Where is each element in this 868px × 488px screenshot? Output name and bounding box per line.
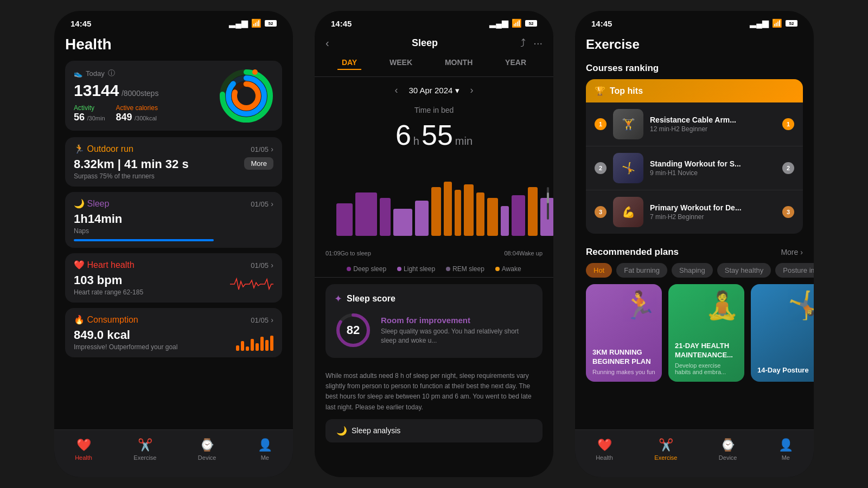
sleep-title: 🌙 Sleep <box>74 198 109 209</box>
heart-date: 01/05 › <box>251 260 273 270</box>
workout-item-3[interactable]: 3 💪 Primary Workout for De... 7 min·H2 B… <box>586 190 803 234</box>
workout-name-2: Standing Workout for S... <box>650 159 776 168</box>
consumption-date: 01/05 › <box>251 315 273 325</box>
sleep-value: 1h14min <box>74 212 273 226</box>
run-sub: Surpass 75% of the runners <box>74 172 273 180</box>
heart-health-card[interactable]: ❤️ Heart health 01/05 › 103 bpm Heart ra… <box>65 253 282 303</box>
plan-card-1-content: 3KM RUNNING BEGINNER PLAN Running makes … <box>586 342 662 382</box>
status-icons-3: ▂▄▆ 📶 52 <box>750 18 797 28</box>
nav-health-3[interactable]: ❤️ Health <box>596 438 613 461</box>
chevron-icon: › <box>271 145 273 153</box>
wifi-icon: 📶 <box>251 18 261 28</box>
legend-light-sleep: Light sleep <box>397 265 435 273</box>
outdoor-run-card[interactable]: 🏃 Outdoor run 01/05 › 8.32km | 41 min 32… <box>65 137 282 187</box>
more-button[interactable]: More <box>244 157 273 170</box>
consumption-card[interactable]: 🔥 Consumption 01/05 › 849.0 kcal Impress… <box>65 308 282 357</box>
score-circle: 82 <box>334 311 372 349</box>
sleep-page-title: Sleep <box>329 37 521 49</box>
sleep-progress-bar <box>74 239 214 241</box>
workout-meta-1: 12 min·H2 Beginner <box>650 125 776 133</box>
time-3: 14:45 <box>591 19 612 28</box>
sleep-analysis-section[interactable]: 🌙 Sleep analysis <box>326 419 542 442</box>
plan-card-posture[interactable]: 🤸 14-Day Posture <box>751 284 814 382</box>
filter-stay-healthy[interactable]: Stay healthy <box>717 263 771 278</box>
workout-item-2[interactable]: 2 🤸 Standing Workout for S... 9 min·H1 N… <box>586 146 803 190</box>
consumption-value: 849.0 kcal <box>74 328 177 342</box>
rank-badge-2: 2 <box>595 162 607 174</box>
posture-silhouette: 🤸 <box>788 290 814 321</box>
tab-week[interactable]: WEEK <box>385 56 417 70</box>
health-silhouette: 🧘 <box>705 290 739 321</box>
status-bar-3: 14:45 ▂▄▆ 📶 52 <box>575 11 814 33</box>
heart-icon: ❤️ <box>74 260 85 269</box>
svg-rect-17 <box>476 192 484 236</box>
more-icon[interactable]: ··· <box>533 37 542 49</box>
top-hits-card: 🏆 Top hits 1 🏋️ Resistance Cable Arm... … <box>586 79 803 234</box>
scroll-indicator[interactable] <box>547 187 549 220</box>
device-nav-icon-3: ⌚ <box>720 438 735 452</box>
date-navigation: ‹ 30 Apr 2024 ▾ › <box>315 77 553 104</box>
filter-shaping[interactable]: Shaping <box>672 263 713 278</box>
nav-exercise-3[interactable]: ✂️ Exercise <box>654 438 677 461</box>
nav-health[interactable]: ❤️ Health <box>75 438 92 461</box>
sleep-card[interactable]: 🌙 Sleep 01/05 › 1h14min Naps <box>65 192 282 248</box>
signal-icon: ▂▄▆ <box>229 18 248 28</box>
run-value: 8.32km | 41 min 32 s More <box>74 157 273 171</box>
sleep-date: 01/05 › <box>251 199 273 209</box>
share-icon[interactable]: ⤴ <box>520 37 526 49</box>
rem-sleep-dot <box>446 267 450 271</box>
nav-device[interactable]: ⌚ Device <box>198 438 216 461</box>
filter-hot[interactable]: Hot <box>586 263 612 278</box>
chart-times: 01:09Go to sleep 08:04Wake up <box>315 247 553 261</box>
top-hits-header: 🏆 Top hits <box>586 79 803 102</box>
status-icons-1: ▂▄▆ 📶 52 <box>229 18 277 28</box>
nav-exercise[interactable]: ✂️ Exercise <box>133 438 156 461</box>
prev-date-button[interactable]: ‹ <box>394 85 398 96</box>
next-date-button[interactable]: › <box>470 85 474 96</box>
me-nav-icon-3: 👤 <box>778 438 793 452</box>
today-section: 👟 Today ⓘ 13144 /8000steps Activity 56 <box>65 61 282 131</box>
recommended-title: Recommended plans <box>586 247 679 258</box>
tab-year[interactable]: YEAR <box>501 56 531 70</box>
courses-ranking-title: Courses ranking <box>575 59 814 79</box>
score-text-area: Room for improvement Sleep quality was g… <box>381 316 534 345</box>
bottom-nav-3: ❤️ Health ✂️ Exercise ⌚ Device 👤 Me <box>575 429 814 477</box>
score-title: Sleep score <box>347 294 395 304</box>
sleep-legend: Deep sleep Light sleep REM sleep Awake <box>315 261 553 278</box>
top-hits-label: Top hits <box>610 86 643 96</box>
run-title: 🏃 Outdoor run <box>74 144 133 154</box>
plan-sub-1: Running makes you fun <box>592 369 655 375</box>
svg-rect-20 <box>512 195 525 236</box>
workout-info-2: Standing Workout for S... 9 min·H1 Novic… <box>650 159 776 177</box>
exercise-nav-icon-3: ✂️ <box>659 438 673 452</box>
rank-right-1: 1 <box>782 118 794 130</box>
tab-day[interactable]: DAY <box>337 56 361 70</box>
back-button[interactable]: ‹ <box>326 37 329 49</box>
health-nav-icon-3: ❤️ <box>597 438 612 452</box>
activity-row: Activity 56 /30min Active calories 849 /… <box>74 104 219 123</box>
bottom-nav-1: ❤️ Health ✂️ Exercise ⌚ Device 👤 Me <box>54 429 293 477</box>
bar-1 <box>236 345 239 351</box>
legend-deep-sleep: Deep sleep <box>347 265 386 273</box>
flame-icon: 🔥 <box>74 315 85 324</box>
time-in-bed-section: Time in bed 6 h 55 min <box>315 104 553 160</box>
nav-device-3[interactable]: ⌚ Device <box>719 438 737 461</box>
sleep-start-time: 01:09Go to sleep <box>326 250 371 256</box>
filter-posture[interactable]: Posture imp... <box>775 263 814 278</box>
sleep-chart-svg <box>326 160 553 241</box>
plan-card-health[interactable]: 🧘 21-DAY HEALTH MAINTENANCE... Develop e… <box>668 284 744 382</box>
filter-fat-burning[interactable]: Fat burning <box>616 263 667 278</box>
more-link[interactable]: More › <box>781 248 803 256</box>
nav-me[interactable]: 👤 Me <box>258 438 272 461</box>
workout-thumb-3: 💪 <box>613 197 643 227</box>
tab-month[interactable]: MONTH <box>441 56 477 70</box>
plan-cards-container: 🏃 3KM RUNNING BEGINNER PLAN Running make… <box>575 284 814 382</box>
workout-item-1[interactable]: 1 🏋️ Resistance Cable Arm... 12 min·H2 B… <box>586 102 803 146</box>
sleep-tabs: DAY WEEK MONTH YEAR <box>315 56 553 77</box>
rank-badge-1: 1 <box>595 118 607 130</box>
hours-unit: h <box>413 135 419 147</box>
nav-me-3[interactable]: 👤 Me <box>778 438 793 461</box>
plan-card-running[interactable]: 🏃 3KM RUNNING BEGINNER PLAN Running make… <box>586 284 662 382</box>
current-date: 30 Apr 2024 ▾ <box>409 86 459 95</box>
status-icons-2: ▂▄▆ 📶 52 <box>489 18 537 28</box>
